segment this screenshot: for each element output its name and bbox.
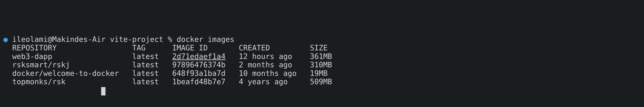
table-row: docker/welcome-to-docker latest 648f93a1… [3, 69, 641, 78]
terminal-output: ● ileolami@Makindes-Air vite-project % d… [3, 35, 641, 95]
image-id: 97896476374b [172, 60, 226, 69]
cursor-padding [3, 86, 101, 95]
row-repo-tag: rsksmart/rskj latest [3, 60, 172, 69]
image-id: 1beafd48b7e7 [172, 77, 226, 86]
row-created-size: 12 hours ago 361MB [226, 52, 332, 61]
table-row: topmonks/rsk latest 1beafd48b7e7 4 years… [3, 78, 641, 86]
prompt-line[interactable]: ● ileolami@Makindes-Air vite-project % d… [3, 35, 641, 44]
row-repo-tag: web3-dapp latest [3, 52, 172, 61]
row-created-size: 4 years ago 509MB [226, 77, 332, 86]
table-header-row: REPOSITORY TAG IMAGE ID CREATED SIZE [3, 44, 641, 52]
row-repo-tag: topmonks/rsk latest [3, 77, 172, 86]
prompt-text: ileolami@Makindes-Air vite-project % [8, 35, 177, 44]
prompt-bullet-icon: ● [3, 35, 8, 44]
command-text: docker images [176, 35, 234, 44]
cursor-icon [101, 87, 106, 96]
row-created-size: 2 months ago 310MB [226, 60, 332, 69]
table-row: rsksmart/rskj latest 97896476374b 2 mont… [3, 61, 641, 69]
cursor-line[interactable] [3, 86, 641, 95]
table-header-cells: REPOSITORY TAG IMAGE ID CREATED SIZE [3, 44, 328, 52]
image-id: 648f93a1ba7d [172, 69, 226, 78]
row-repo-tag: docker/welcome-to-docker latest [3, 69, 172, 78]
image-id: 2d71edaef1a4 [172, 52, 226, 61]
table-row: web3-dapp latest 2d71edaef1a4 12 hours a… [3, 52, 641, 61]
row-created-size: 10 months ago 19MB [226, 69, 328, 78]
